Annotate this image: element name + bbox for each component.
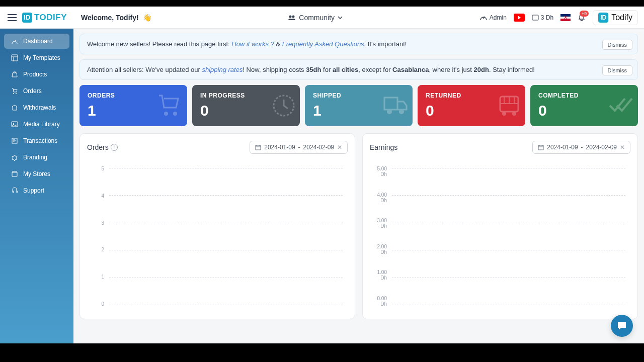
how-it-works-link[interactable]: How it works ? bbox=[231, 40, 274, 48]
svg-point-11 bbox=[173, 112, 177, 116]
svg-point-0 bbox=[289, 15, 292, 18]
stat-returned[interactable]: RETURNED 0 bbox=[418, 85, 525, 126]
svg-point-5 bbox=[13, 93, 14, 94]
balance-value: 3 Dh bbox=[541, 14, 553, 21]
shipping-alert: Attention all sellers: We've updated our… bbox=[79, 59, 638, 80]
sidebar-item-orders[interactable]: Orders bbox=[4, 83, 69, 99]
date-range-picker[interactable]: 2024-01-09 - 2024-02-09 ✕ bbox=[532, 141, 630, 154]
language-flag[interactable] bbox=[560, 14, 571, 21]
svg-point-16 bbox=[502, 112, 506, 116]
sidebar-item-label: Orders bbox=[23, 87, 42, 95]
sidebar-item-label: My Templates bbox=[23, 54, 60, 61]
bottom-black-bar bbox=[0, 343, 644, 362]
svg-point-2 bbox=[483, 18, 484, 19]
community-dropdown[interactable]: Community bbox=[288, 14, 343, 22]
play-icon bbox=[517, 16, 521, 20]
support-icon bbox=[11, 187, 18, 194]
sidebar-item-media[interactable]: Media Library bbox=[4, 117, 69, 132]
brand-name: TODIFY bbox=[34, 13, 67, 23]
orders-icon bbox=[11, 87, 18, 95]
menu-toggle-button[interactable] bbox=[6, 12, 18, 24]
double-check-icon bbox=[608, 97, 634, 115]
wallet-icon bbox=[532, 15, 539, 21]
sidebar-item-support[interactable]: Support bbox=[4, 183, 69, 198]
orders-chart: 5 4 3 2 1 0 bbox=[87, 166, 348, 312]
orders-chart-card: Orders i 2024-01-09 - 2024-02-09 ✕ 5 4 bbox=[79, 133, 355, 319]
clock-icon bbox=[272, 94, 296, 118]
calendar-icon bbox=[255, 144, 261, 150]
dismiss-button[interactable]: Dismiss bbox=[602, 65, 633, 75]
info-icon[interactable]: i bbox=[111, 144, 118, 151]
sidebar: Dashboard My Templates Products Orders W… bbox=[0, 29, 73, 343]
welcome-alert: Welcome new sellers! Please read this pa… bbox=[79, 34, 638, 54]
sidebar-item-products[interactable]: Products bbox=[4, 67, 69, 82]
sidebar-item-label: Transactions bbox=[23, 137, 57, 144]
svg-point-1 bbox=[292, 15, 295, 18]
welcome-text: Welcome, Todify! 👋 bbox=[81, 14, 151, 22]
main-content: Welcome new sellers! Please read this pa… bbox=[73, 29, 644, 343]
community-label: Community bbox=[299, 14, 335, 22]
cart-icon bbox=[155, 92, 183, 120]
chat-button[interactable] bbox=[611, 315, 633, 337]
sidebar-item-label: Support bbox=[23, 187, 44, 194]
dashboard-icon bbox=[11, 38, 18, 45]
svg-point-6 bbox=[16, 93, 17, 94]
hamburger-icon bbox=[8, 14, 17, 21]
sidebar-item-branding[interactable]: Branding bbox=[4, 150, 69, 165]
admin-label: Admin bbox=[490, 14, 507, 21]
sidebar-item-transactions[interactable]: Transactions bbox=[4, 133, 69, 148]
user-name: Todify bbox=[611, 13, 632, 22]
transactions-icon bbox=[11, 137, 18, 144]
chevron-down-icon bbox=[338, 16, 343, 19]
svg-point-10 bbox=[164, 112, 168, 116]
chat-icon bbox=[616, 320, 627, 331]
svg-rect-4 bbox=[12, 55, 18, 61]
wave-icon: 👋 bbox=[143, 14, 151, 22]
svg-rect-3 bbox=[532, 15, 538, 20]
svg-rect-18 bbox=[256, 145, 261, 150]
media-icon bbox=[11, 121, 18, 128]
card-title: Earnings bbox=[370, 143, 397, 151]
stores-icon bbox=[11, 170, 18, 177]
stat-shipped[interactable]: SHIPPED 1 bbox=[305, 85, 413, 126]
faq-link[interactable]: Frequently Asked Questions bbox=[282, 40, 364, 48]
top-black-bar bbox=[0, 0, 644, 7]
clear-date-icon[interactable]: ✕ bbox=[620, 144, 625, 151]
svg-point-13 bbox=[387, 109, 392, 114]
sidebar-item-label: Media Library bbox=[23, 121, 60, 128]
products-icon bbox=[11, 71, 18, 78]
user-menu[interactable]: ID Todify bbox=[593, 10, 638, 25]
truck-icon bbox=[382, 96, 409, 116]
notification-badge: +9 bbox=[580, 11, 589, 17]
card-title: Orders i bbox=[87, 143, 118, 151]
sidebar-item-label: Withdrawals bbox=[23, 104, 56, 111]
youtube-link[interactable] bbox=[514, 14, 525, 22]
calendar-icon bbox=[538, 144, 544, 150]
header: ID TODIFY Welcome, Todify! 👋 Community A… bbox=[0, 7, 644, 29]
gauge-icon bbox=[479, 14, 488, 21]
notifications-button[interactable]: +9 bbox=[578, 14, 586, 22]
shipping-rates-link[interactable]: shipping rates bbox=[202, 66, 243, 73]
brand-logo[interactable]: ID TODIFY bbox=[22, 13, 67, 23]
sidebar-item-label: Branding bbox=[23, 154, 47, 161]
stat-progress[interactable]: IN PROGRESS 0 bbox=[192, 85, 300, 126]
avatar-icon: ID bbox=[598, 13, 608, 23]
svg-rect-19 bbox=[538, 145, 543, 150]
date-range-picker[interactable]: 2024-01-09 - 2024-02-09 ✕ bbox=[250, 141, 348, 154]
branding-icon bbox=[11, 154, 18, 161]
sidebar-item-dashboard[interactable]: Dashboard bbox=[4, 34, 69, 49]
sidebar-item-withdrawals[interactable]: Withdrawals bbox=[4, 100, 69, 115]
balance-display[interactable]: 3 Dh bbox=[532, 14, 553, 21]
stat-completed[interactable]: COMPLETED 0 bbox=[530, 85, 638, 126]
stat-orders[interactable]: ORDERS 1 bbox=[79, 85, 187, 126]
clear-date-icon[interactable]: ✕ bbox=[337, 144, 342, 151]
sidebar-item-templates[interactable]: My Templates bbox=[4, 50, 69, 65]
admin-link[interactable]: Admin bbox=[479, 14, 507, 21]
sidebar-item-label: Products bbox=[23, 71, 47, 78]
sidebar-item-label: My Stores bbox=[23, 170, 50, 177]
earnings-chart: 5.00 Dh 4.00 Dh 3.00 Dh 2.00 Dh 1.00 Dh … bbox=[370, 166, 630, 312]
sidebar-item-stores[interactable]: My Stores bbox=[4, 166, 69, 182]
group-icon bbox=[288, 15, 296, 21]
withdrawals-icon bbox=[11, 104, 18, 111]
dismiss-button[interactable]: Dismiss bbox=[602, 40, 633, 50]
